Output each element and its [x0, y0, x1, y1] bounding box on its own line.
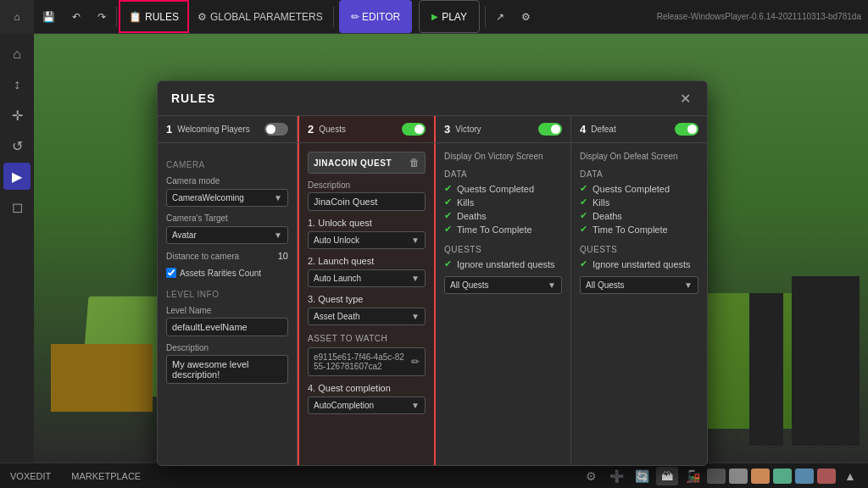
rules-label: RULES [145, 11, 179, 23]
victory-display-label: Display On Victory Screen [444, 152, 562, 161]
defeat-time-row: ✔ Time To Complete [580, 224, 698, 235]
victory-all-quests-dropdown[interactable]: All Quests ▼ [444, 276, 562, 294]
tool-blocks-icon[interactable]: 🚂 [682, 467, 704, 485]
sidebar-home[interactable]: ⌂ [3, 41, 31, 68]
play-button[interactable]: ▶ PLAY [419, 0, 480, 33]
undo-icon: ↶ [72, 11, 81, 23]
left-sidebar: ⌂ ↕ ✛ ↺ ▶ ◻ [0, 34, 34, 463]
panel-close-button[interactable]: ✕ [676, 90, 693, 107]
camera-target-value: Avatar [172, 230, 197, 240]
col-welcoming: CAMERA Camera mode CameraWelcoming ▼ Cam… [158, 143, 298, 465]
global-params-button[interactable]: ⚙ GLOBAL PARAMETERS [189, 0, 331, 33]
toggle-defeat[interactable] [675, 123, 698, 136]
toggle-welcoming[interactable] [264, 123, 288, 136]
toolbar-separator-3 [485, 7, 486, 27]
quest-type-dropdown[interactable]: Asset Death ▼ [308, 308, 426, 325]
save-button[interactable]: 💾 [34, 0, 64, 33]
marketplace-label: MARKETPLACE [71, 471, 141, 481]
sidebar-undo[interactable]: ↺ [3, 132, 31, 159]
marketplace-button[interactable]: MARKETPLACE [61, 468, 151, 485]
quest-description-value: JinaCoin Quest [308, 192, 426, 211]
level-name-field-label: Level Name [166, 306, 288, 315]
chevron-launch-icon: ▼ [411, 274, 420, 283]
section-label-victory: Victory [455, 125, 481, 134]
redo-button[interactable]: ↷ [89, 0, 114, 33]
quest-description-label: Description [308, 180, 426, 190]
section-quests-header[interactable]: 2 Quests [298, 116, 436, 142]
home-button[interactable]: ⌂ [0, 0, 34, 34]
victory-time-label: Time To Complete [457, 225, 532, 235]
play-label: PLAY [442, 11, 467, 23]
tool-cube1-icon[interactable] [707, 469, 726, 484]
toggle-victory[interactable] [538, 123, 562, 136]
defeat-all-quests-dropdown[interactable]: All Quests ▼ [580, 276, 698, 294]
section-num-2: 2 [308, 123, 314, 136]
version-info: Release-WindowsPlayer-0.6.14-2021110313-… [657, 12, 868, 21]
share-button[interactable]: ↗ [487, 0, 513, 33]
chevron-defeat-quests-icon: ▼ [684, 280, 693, 290]
unlock-value: Auto Unlock [314, 236, 359, 245]
sidebar-box[interactable]: ◻ [3, 193, 31, 220]
tool-settings-icon[interactable]: ⚙ [580, 467, 602, 485]
quest-item-jinacoin[interactable]: JINACOIN QUEST 🗑 [308, 152, 426, 174]
victory-time-row: ✔ Time To Complete [444, 224, 562, 235]
editor-button[interactable]: ✏ EDITOR [339, 0, 412, 33]
tool-cube4-icon[interactable] [773, 469, 792, 484]
assets-rarities-row: Assets Rarities Count [166, 268, 288, 278]
section-victory-header[interactable]: 3 Victory [436, 116, 571, 142]
tool-cube2-icon[interactable] [729, 469, 748, 484]
assets-rarities-checkbox[interactable] [166, 268, 176, 278]
tool-cube3-icon[interactable] [751, 469, 770, 484]
toggle-quests[interactable] [402, 123, 426, 136]
tool-cube6-icon[interactable] [817, 469, 836, 484]
section-num-4: 4 [580, 123, 586, 136]
camera-target-dropdown[interactable]: Avatar ▼ [166, 226, 288, 244]
section-welcoming-header[interactable]: 1 Welcoming Players [158, 116, 298, 142]
quest-completion-dropdown[interactable]: AutoCompletion ▼ [308, 396, 426, 414]
launch-dropdown[interactable]: Auto Launch ▼ [308, 269, 426, 287]
quest-delete-icon[interactable]: 🗑 [409, 157, 420, 169]
tool-cube5-icon[interactable] [795, 469, 814, 484]
assets-rarities-label: Assets Rarities Count [180, 269, 261, 278]
tool-add-icon[interactable]: ➕ [605, 467, 627, 485]
defeat-kills-check-icon: ✔ [580, 197, 587, 208]
sidebar-add[interactable]: ✛ [3, 102, 31, 129]
sidebar-transform[interactable]: ↕ [3, 71, 31, 98]
col-quests: JINACOIN QUEST 🗑 Description JinaCoin Qu… [298, 143, 436, 465]
asset-edit-icon[interactable]: ✏ [411, 356, 420, 368]
victory-kills-check-icon: ✔ [444, 197, 452, 208]
defeat-deaths-check-icon: ✔ [580, 210, 587, 221]
panel-title: RULES [171, 92, 215, 105]
defeat-ignore-row: ✔ Ignore unstarted quests [580, 258, 698, 269]
bottom-tools: ⚙ ➕ 🔄 🏔 🚂 ▲ [580, 467, 868, 485]
tool-refresh-icon[interactable]: 🔄 [631, 467, 653, 485]
defeat-time-check-icon: ✔ [580, 224, 587, 235]
sidebar-play[interactable]: ▶ [3, 163, 31, 190]
scroll-up-icon[interactable]: ▲ [839, 467, 861, 485]
chevron-quest-type-icon: ▼ [411, 312, 420, 321]
undo-button[interactable]: ↶ [64, 0, 89, 33]
rules-button[interactable]: 📋 RULES [119, 0, 189, 33]
section-defeat-header[interactable]: 4 Defeat [571, 116, 707, 142]
unlock-dropdown[interactable]: Auto Unlock ▼ [308, 231, 426, 249]
victory-time-check-icon: ✔ [444, 224, 452, 235]
quest-name: JINACOIN QUEST [314, 158, 392, 168]
camera-mode-dropdown[interactable]: CameraWelcoming ▼ [166, 189, 288, 207]
editor-label: ✏ EDITOR [351, 11, 400, 23]
quest-type-section-label: 3. Quest type [308, 294, 426, 304]
toolbar-separator-2 [333, 7, 334, 27]
voxedit-button[interactable]: VOXEDIT [0, 468, 61, 485]
save-icon: 💾 [42, 11, 55, 23]
quest-type-value: Asset Death [314, 312, 359, 321]
settings-button[interactable]: ⚙ [513, 0, 539, 33]
camera-mode-value: CameraWelcoming [172, 193, 244, 202]
victory-kills-label: Kills [457, 197, 474, 208]
defeat-kills-row: ✔ Kills [580, 197, 698, 208]
launch-value: Auto Launch [314, 274, 361, 283]
section-label-quests: Quests [319, 125, 346, 134]
victory-quests-check-icon: ✔ [444, 183, 452, 194]
defeat-data-section: DATA [580, 169, 698, 179]
distance-value: 10 [278, 251, 288, 261]
global-params-label: GLOBAL PARAMETERS [210, 11, 323, 23]
tool-terrain-icon[interactable]: 🏔 [656, 467, 678, 485]
